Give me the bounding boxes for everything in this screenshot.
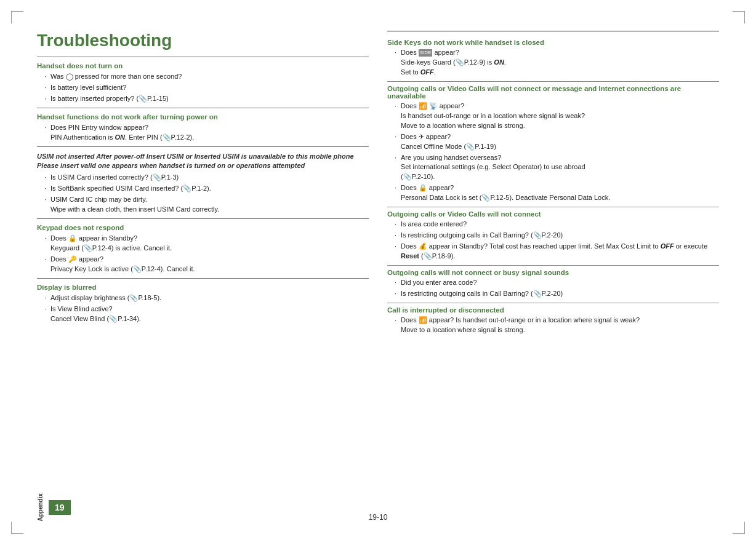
page-number-area: Appendix 19 [37, 493, 71, 522]
corner-mark-bl [11, 522, 23, 534]
section-keypad: Keypad does not respond [37, 224, 369, 231]
list-side-keys: Does SIDE appear? Side-keys Guard (📎P.12… [387, 48, 719, 78]
list-item: Does 🔒 appear in Standby? Keyguard (📎P.1… [44, 234, 369, 253]
sub-text: Set international settings (e.g. Select … [401, 162, 719, 172]
list-item: Adjust display brightness (📎P.18-5). [44, 293, 369, 303]
heading-outgoing-not-connect: Outgoing calls or Video Calls will not c… [387, 207, 719, 218]
sub-text: (📎P.2-10). [401, 172, 719, 182]
list-outgoing-busy: Did you enter area code? Is restricting … [387, 278, 719, 299]
section-side-keys: Side Keys do not work while handset is c… [387, 39, 719, 78]
list-handset-no-function: Does PIN Entry window appear? PIN Authen… [37, 123, 369, 143]
list-item: Did you enter area code? [395, 278, 719, 288]
sub-text: Keyguard (📎P.12-4) is active. Cancel it. [50, 244, 369, 253]
corner-mark-tl [11, 11, 23, 23]
sub-text: Cancel Offline Mode (📎P.1-19) [401, 142, 719, 152]
list-item: Is restricting outgoing calls in Call Ba… [395, 289, 719, 299]
section-handset-no-power: Handset does not turn on [37, 62, 369, 70]
heading-outgoing-busy: Outgoing calls will not connect or busy … [387, 265, 719, 276]
page-number-bottom: 19-10 [369, 513, 388, 522]
section-outgoing-busy: Outgoing calls will not connect or busy … [387, 265, 719, 299]
right-column: Side Keys do not work while handset is c… [387, 31, 719, 514]
section-display: Display is blurred [37, 284, 369, 291]
list-call-interrupted: Does 📶 appear? Is handset out-of-range o… [387, 316, 719, 335]
sub-text: Is handset out-of-range or in a location… [401, 111, 719, 121]
list-display: Adjust display brightness (📎P.18-5). Is … [37, 293, 369, 324]
list-item: Does 🔒 appear? Personal Data Lock is set… [395, 183, 719, 203]
sub-text: Set to OFF. [401, 68, 719, 78]
section-usim: USIM not inserted After power-off Insert… [37, 152, 369, 171]
content-area: Troubleshooting Handset does not turn on… [37, 31, 719, 514]
sub-text: Personal Data Lock is set (📎P.12-5). Dea… [401, 193, 719, 203]
divider-top [37, 57, 369, 57]
sub-text: Side-keys Guard (📎P.12-9) is ON. [401, 58, 719, 68]
list-item: Does 🔑 appear? Privacy Key Lock is activ… [44, 255, 369, 274]
sub-text: Privacy Key Lock is active (📎P.12-4). Ca… [50, 265, 369, 274]
list-item: Does PIN Entry window appear? PIN Authen… [44, 123, 369, 143]
section-handset-no-function: Handset functions do not work after turn… [37, 113, 369, 121]
heading-call-interrupted: Call is interrupted or disconnected [387, 303, 719, 314]
list-item: Is area code entered? [395, 220, 719, 229]
list-item: Was ◯ pressed for more than one second? [44, 72, 369, 82]
list-item: Does SIDE appear? Side-keys Guard (📎P.12… [395, 48, 719, 78]
list-item: Are you using handset overseas? Set inte… [395, 153, 719, 183]
corner-mark-tr [733, 11, 745, 23]
sub-text: Move to a location where signal is stron… [401, 121, 719, 131]
section-outgoing-not-connect: Outgoing calls or Video Calls will not c… [387, 207, 719, 261]
section-call-interrupted: Call is interrupted or disconnected Does… [387, 303, 719, 335]
sub-text: Move to a location where signal is stron… [401, 325, 719, 335]
list-item: Does 💰 appear in Standby? Total cost has… [395, 242, 719, 261]
list-item: Does ✈ appear? Cancel Offline Mode (📎P.1… [395, 132, 719, 152]
page-container: Troubleshooting Handset does not turn on… [0, 0, 756, 545]
list-usim: Is USIM Card inserted correctly? (📎P.1-3… [37, 173, 369, 215]
list-item: USIM Card IC chip may be dirty. Wipe wit… [44, 195, 369, 215]
list-keypad: Does 🔒 appear in Standby? Keyguard (📎P.1… [37, 234, 369, 274]
divider-2 [37, 146, 369, 147]
list-outgoing-not-connect: Is area code entered? Is restricting out… [387, 220, 719, 261]
list-item: Is battery level sufficient? [44, 83, 369, 93]
divider-1 [37, 108, 369, 108]
section-outgoing-unavailable: Outgoing calls or Video Calls will not c… [387, 81, 719, 203]
list-handset-no-power: Was ◯ pressed for more than one second? … [37, 72, 369, 104]
list-item: Does 📶 📡 appear? Is handset out-of-range… [395, 101, 719, 131]
sub-text: PIN Authentication is ON. Enter PIN (📎P.… [50, 133, 369, 143]
sub-text: Wipe with a clean cloth, then insert USI… [50, 205, 369, 215]
list-item: Is restricting outgoing calls in Call Ba… [395, 231, 719, 241]
heading-side-keys: Side Keys do not work while handset is c… [387, 39, 719, 46]
sub-text: Cancel View Blind (📎P.1-34). [50, 314, 369, 324]
list-outgoing-unavailable: Does 📶 📡 appear? Is handset out-of-range… [387, 101, 719, 203]
list-item: Is battery inserted properly? (📎P.1-15) [44, 94, 369, 104]
list-item: Is USIM Card inserted correctly? (📎P.1-3… [44, 173, 369, 183]
divider-4 [37, 278, 369, 279]
left-column: Troubleshooting Handset does not turn on… [37, 31, 369, 514]
divider-3 [37, 218, 369, 219]
heading-outgoing-unavailable: Outgoing calls or Video Calls will not c… [387, 81, 719, 100]
appendix-label: Appendix [37, 493, 44, 522]
page-num-box: 19 [49, 500, 71, 515]
corner-mark-br [733, 522, 745, 534]
page-title: Troubleshooting [37, 31, 369, 50]
list-item: Is View Blind active? Cancel View Blind … [44, 304, 369, 324]
list-item: Does 📶 appear? Is handset out-of-range o… [395, 316, 719, 335]
list-item: Is SoftBank specified USIM Card inserted… [44, 184, 369, 194]
